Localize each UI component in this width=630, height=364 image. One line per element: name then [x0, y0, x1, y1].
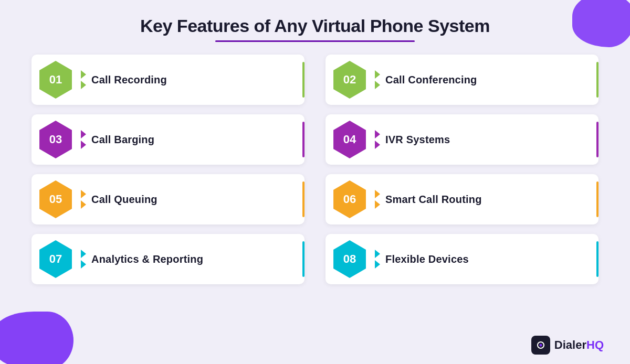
hexagon-01: 01 [37, 61, 75, 99]
feature-label-02: Call Conferencing [385, 74, 477, 86]
chevron-2-06 [375, 200, 380, 209]
page-title: Key Features of Any Virtual Phone System [140, 16, 490, 36]
chevron-wrap-01 [81, 69, 86, 90]
hexagon-wrap-07: 07 [37, 240, 75, 278]
hex-number-05: 05 [49, 192, 62, 206]
feature-label-01: Call Recording [91, 74, 167, 86]
hexagon-02: 02 [331, 61, 369, 99]
feature-card-02: 02 Call Conferencing [326, 55, 598, 105]
chevron-2-05 [81, 200, 86, 209]
hex-number-02: 02 [343, 73, 356, 87]
chevron-2-03 [81, 141, 86, 149]
feature-card-01: 01 Call Recording [32, 55, 304, 105]
chevron-wrap-04 [375, 129, 380, 150]
hex-number-08: 08 [343, 252, 356, 266]
feature-card-04: 04 IVR Systems [326, 114, 598, 165]
hexagon-06: 06 [331, 180, 369, 218]
hexagon-03: 03 [37, 121, 75, 158]
chevron-2-04 [375, 141, 380, 149]
chevron-wrap-08 [375, 249, 380, 270]
chevron-2-01 [81, 81, 86, 89]
chevron-2-07 [81, 260, 86, 269]
hex-number-03: 03 [49, 133, 62, 146]
hexagon-07: 07 [37, 240, 75, 278]
logo-text: DialerHQ [554, 338, 604, 352]
hexagon-wrap-03: 03 [37, 121, 75, 158]
logo-area: DialerHQ [531, 336, 604, 355]
hexagon-08: 08 [331, 240, 369, 278]
chevron-wrap-03 [81, 129, 86, 150]
page-container: Key Features of Any Virtual Phone System… [0, 0, 630, 364]
hexagon-wrap-05: 05 [37, 180, 75, 218]
chevron-wrap-06 [375, 189, 380, 210]
feature-label-03: Call Barging [91, 134, 154, 146]
hexagon-05: 05 [37, 180, 75, 218]
chevron-2-08 [375, 260, 380, 269]
chevron-wrap-05 [81, 189, 86, 210]
feature-card-06: 06 Smart Call Routing [326, 174, 598, 224]
feature-card-05: 05 Call Queuing [32, 174, 304, 224]
hexagon-wrap-02: 02 [331, 61, 369, 99]
hexagon-wrap-06: 06 [331, 180, 369, 218]
svg-point-1 [539, 344, 542, 347]
feature-label-06: Smart Call Routing [385, 194, 482, 206]
features-grid: 01 Call Recording 02 Call Conferencing [32, 55, 598, 284]
hex-number-06: 06 [343, 192, 356, 206]
chevron-wrap-02 [375, 69, 380, 90]
chevron-1-05 [81, 190, 86, 198]
chevron-wrap-07 [81, 249, 86, 270]
feature-card-08: 08 Flexible Devices [326, 234, 598, 284]
hexagon-wrap-04: 04 [331, 121, 369, 158]
chevron-1-06 [375, 190, 380, 198]
chevron-1-08 [375, 250, 380, 258]
hexagon-04: 04 [331, 121, 369, 158]
logo-accent: HQ [586, 338, 604, 351]
hex-number-01: 01 [49, 73, 62, 87]
chevron-1-02 [375, 70, 380, 79]
logo-icon [531, 336, 550, 355]
chevron-1-04 [375, 130, 380, 138]
feature-card-07: 07 Analytics & Reporting [32, 234, 304, 284]
title-underline [215, 40, 415, 42]
chevron-1-03 [81, 130, 86, 138]
feature-label-05: Call Queuing [91, 194, 158, 206]
hexagon-wrap-01: 01 [37, 61, 75, 99]
chevron-1-01 [81, 70, 86, 79]
feature-label-04: IVR Systems [385, 134, 450, 146]
hexagon-wrap-08: 08 [331, 240, 369, 278]
feature-label-07: Analytics & Reporting [91, 253, 203, 265]
feature-label-08: Flexible Devices [385, 253, 469, 265]
hex-number-04: 04 [343, 133, 356, 146]
chevron-1-07 [81, 250, 86, 258]
feature-card-03: 03 Call Barging [32, 114, 304, 165]
hex-number-07: 07 [49, 252, 62, 266]
chevron-2-02 [375, 81, 380, 89]
